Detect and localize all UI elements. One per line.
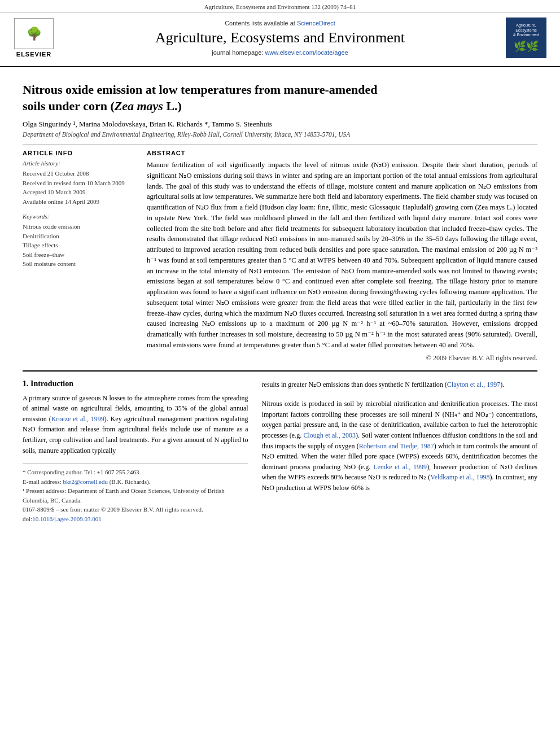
footnote-corresponding: * Corresponding author. Tel.: +1 607 255…	[23, 468, 248, 477]
header-center: Contents lists available at ScienceDirec…	[56, 20, 504, 55]
article-title: Nitrous oxide emission at low temperatur…	[23, 82, 537, 114]
left-column: ARTICLE INFO Article history: Received 2…	[23, 150, 135, 362]
journal-logo-box: Agriculture,Ecosystems& Environment 🌿🌿	[506, 18, 546, 58]
header-content: 🌳 ELSEVIER Contents lists available at S…	[0, 13, 560, 63]
clough-link[interactable]: Clough et al., 2003	[303, 431, 355, 439]
two-column-layout: ARTICLE INFO Article history: Received 2…	[23, 150, 537, 362]
revised-date: Received in revised form 10 March 2009	[23, 178, 135, 188]
elsevier-logo-box: 🌳	[14, 18, 54, 49]
available-date: Available online 14 April 2009	[23, 197, 135, 207]
footnote-email: E-mail address: bkr2@cornell.edu (B.K. R…	[23, 477, 248, 487]
journal-logo-title: Agriculture,Ecosystems& Environment	[513, 23, 539, 37]
kroeze-link[interactable]: Kroeze et al., 1999	[51, 415, 104, 423]
footnote-area: * Corresponding author. Tel.: +1 607 255…	[23, 464, 248, 522]
keyword2: Denitrification	[23, 231, 135, 241]
intro-para1: A primary source of gaseous N losses to …	[23, 393, 248, 456]
authors: Olga Singurindy ¹, Marina Molodovskaya, …	[23, 120, 537, 129]
journal-homepage: journal homepage: www.elsevier.com/locat…	[62, 49, 498, 56]
keyword4: Soil freeze–thaw	[23, 250, 135, 260]
elsevier-tree-icon: 🌳	[27, 28, 42, 40]
intro-heading: 1. Introduction	[23, 379, 248, 388]
email-suffix: (B.K. Richards).	[110, 478, 151, 485]
elsevier-label: ELSEVIER	[16, 51, 51, 58]
keywords-title: Keywords:	[23, 213, 135, 220]
intro-right-para2: Nitrous oxide is produced in soil by mic…	[262, 399, 537, 493]
doi-label: doi:	[23, 516, 32, 522]
article-info-label: ARTICLE INFO	[23, 150, 135, 156]
contents-label: Contents lists available at	[225, 20, 295, 27]
homepage-label: journal homepage:	[212, 49, 263, 56]
article-history-block: Article history: Received 21 October 200…	[23, 160, 135, 206]
page-wrapper: Agriculture, Ecosystems and Environment …	[0, 0, 560, 747]
elsevier-logo: 🌳 ELSEVIER	[11, 18, 56, 58]
intro-right: results in greater N₂O emissions than do…	[262, 379, 537, 522]
email-link[interactable]: bkr2@cornell.edu	[63, 478, 107, 485]
lemke-link[interactable]: Lemke et al., 1999	[373, 463, 427, 471]
copyright: © 2009 Elsevier B.V. All rights reserved…	[147, 354, 537, 362]
journal-citation: Agriculture, Ecosystems and Environment …	[204, 3, 356, 10]
doi: doi:10.1016/j.agee.2009.03.001	[23, 516, 248, 522]
clayton-link[interactable]: Clayton et al., 1997	[447, 381, 500, 388]
journal-header: Agriculture, Ecosystems and Environment …	[0, 0, 560, 67]
robertson-link[interactable]: Robertson and Tiedje, 1987	[359, 442, 434, 450]
title-italic: Zea mays	[115, 99, 163, 113]
sciencedirect-link[interactable]: ScienceDirect	[297, 20, 335, 27]
journal-logo-right: Agriculture,Ecosystems& Environment 🌿🌿	[504, 18, 549, 58]
article-area: Nitrous oxide emission at low temperatur…	[0, 67, 560, 534]
homepage-url[interactable]: www.elsevier.com/locate/agee	[265, 49, 348, 56]
divider	[23, 145, 537, 145]
bottom-two-col: 1. Introduction A primary source of gase…	[23, 379, 537, 522]
footnote1: ¹ Present address: Department of Earth a…	[23, 486, 248, 505]
keyword1: Nitrous oxide emission	[23, 222, 135, 231]
abstract-text: Manure fertilization of soil significant…	[147, 160, 537, 351]
intro-left: 1. Introduction A primary source of gase…	[23, 379, 248, 522]
veldkamp-link[interactable]: Veldkamp et al., 1998	[430, 473, 489, 481]
intro-right-para1: results in greater N₂O emissions than do…	[262, 379, 537, 390]
journal-logo-icons: 🌿🌿	[514, 40, 539, 53]
title-part3: L.)	[163, 99, 182, 113]
bottom-divider	[23, 370, 537, 372]
keywords-block: Keywords: Nitrous oxide emission Denitri…	[23, 213, 135, 269]
abstract-label: ABSTRACT	[147, 150, 537, 156]
right-column: ABSTRACT Manure fertilization of soil si…	[147, 150, 537, 362]
affiliation: Department of Biological and Environment…	[23, 131, 537, 138]
article-history-title: Article history:	[23, 160, 135, 167]
accepted-date: Accepted 10 March 2009	[23, 187, 135, 197]
sciencedirect-line: Contents lists available at ScienceDirec…	[62, 20, 498, 27]
title-part2: soils under corn (	[23, 99, 115, 113]
keyword5: Soil moisture content	[23, 259, 135, 269]
front-matter: 0167-8809/$ – see front matter © 2009 El…	[23, 505, 248, 514]
received-date: Received 21 October 2008	[23, 169, 135, 178]
journal-title: Agriculture, Ecosystems and Environment	[62, 29, 498, 46]
keyword3: Tillage effects	[23, 241, 135, 250]
email-label: E-mail address:	[23, 478, 62, 485]
title-part1: Nitrous oxide emission at low temperatur…	[23, 82, 377, 97]
doi-link[interactable]: 10.1016/j.agee.2009.03.001	[32, 516, 102, 522]
top-bar: Agriculture, Ecosystems and Environment …	[0, 0, 560, 13]
